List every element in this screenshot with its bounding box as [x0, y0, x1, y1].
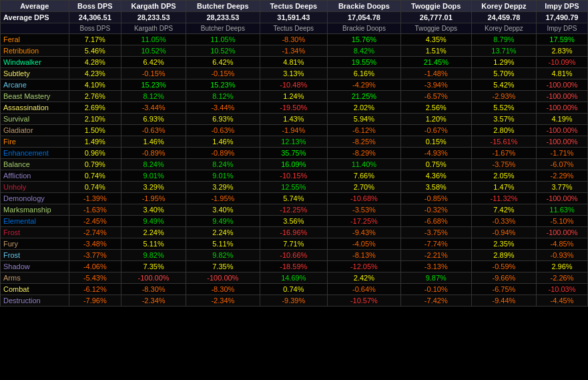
spec-value: 11.05%: [186, 34, 260, 45]
spec-name: Frost: [1, 250, 69, 261]
spec-row: Arcane4.10%15.23%15.23%-10.48%-4.29%-3.9…: [1, 79, 588, 91]
spec-value: 2.02%: [328, 102, 401, 114]
sub-col-7: Korey Deppz: [471, 23, 536, 34]
spec-value: 1.24%: [260, 91, 328, 102]
spec-value: -3.48%: [69, 238, 121, 250]
spec-name: Subtlety: [1, 68, 69, 79]
spec-value: 4.10%: [69, 79, 121, 91]
spec-value: -4.93%: [400, 148, 471, 159]
sub-header-row: Boss DPS Kargath DPS Butcher Deeps Tectu…: [1, 23, 588, 34]
spec-value: -3.53%: [328, 204, 401, 216]
spec-value: 5.52%: [471, 102, 536, 114]
spec-value: 9.01%: [186, 170, 260, 182]
spec-value: -3.13%: [400, 261, 471, 272]
spec-value: 0.74%: [260, 284, 328, 295]
spec-value: -1.63%: [69, 204, 121, 216]
spec-value: -0.59%: [471, 261, 536, 272]
avg-brackie: 17,054.78: [328, 12, 401, 23]
spec-value: 4.81%: [537, 68, 588, 79]
spec-name: Unholy: [1, 182, 69, 193]
spec-name: Fire: [1, 136, 69, 148]
spec-value: -4.85%: [537, 238, 588, 250]
spec-value: 0.74%: [69, 182, 121, 193]
spec-value: 2.96%: [537, 261, 588, 272]
spec-value: 1.20%: [400, 114, 471, 125]
spec-row: Survival2.10%6.93%6.93%1.43%5.94%1.20%3.…: [1, 114, 588, 125]
spec-value: -1.67%: [471, 148, 536, 159]
spec-value: 3.56%: [260, 216, 328, 227]
spec-value: 5.70%: [471, 68, 536, 79]
spec-value: 1.29%: [471, 57, 536, 68]
spec-value: 15.23%: [121, 79, 186, 91]
spec-value: 8.12%: [121, 91, 186, 102]
spec-value: -1.95%: [121, 193, 186, 204]
table-body: Average DPS 24,306.51 28,233.53 28,233.5…: [1, 12, 588, 307]
spec-name: Arms: [1, 272, 69, 284]
spec-value: 0.79%: [69, 159, 121, 170]
spec-value: -9.44%: [471, 295, 536, 307]
spec-value: 7.42%: [471, 204, 536, 216]
spec-value: 6.42%: [121, 57, 186, 68]
spec-value: 2.80%: [471, 125, 536, 136]
spec-value: -4.06%: [69, 261, 121, 272]
spec-name: Survival: [1, 114, 69, 125]
spec-value: -100.00%: [186, 272, 260, 284]
spec-value: 35.75%: [260, 148, 328, 159]
avg-label: Average DPS: [1, 12, 69, 23]
spec-value: -10.66%: [260, 250, 328, 261]
spec-value: -2.29%: [537, 170, 588, 182]
spec-value: -0.64%: [328, 284, 401, 295]
spec-value: -8.25%: [328, 136, 401, 148]
spec-value: -1.34%: [260, 45, 328, 57]
spec-value: 10.52%: [121, 45, 186, 57]
spec-value: 11.05%: [121, 34, 186, 45]
average-dps-row: Average DPS 24,306.51 28,233.53 28,233.5…: [1, 12, 588, 23]
spec-value: -6.12%: [69, 284, 121, 295]
sub-col-0: [1, 23, 69, 34]
spec-row: Retribution5.46%10.52%10.52%-1.34%8.42%1…: [1, 45, 588, 57]
spec-value: -4.29%: [328, 79, 401, 91]
spec-name: Shadow: [1, 261, 69, 272]
spec-value: -2.93%: [471, 91, 536, 102]
spec-value: 1.50%: [69, 125, 121, 136]
spec-value: 0.96%: [69, 148, 121, 159]
spec-value: -0.85%: [400, 193, 471, 204]
spec-value: -3.94%: [400, 79, 471, 91]
spec-value: 19.55%: [328, 57, 401, 68]
spec-row: Combat-6.12%-8.30%-8.30%0.74%-0.64%-0.10…: [1, 284, 588, 295]
spec-value: 13.71%: [471, 45, 536, 57]
spec-value: 6.16%: [328, 68, 401, 79]
spec-value: -8.30%: [186, 284, 260, 295]
spec-value: -19.50%: [260, 102, 328, 114]
spec-value: -100.00%: [537, 91, 588, 102]
spec-value: 21.25%: [328, 91, 401, 102]
spec-value: 8.79%: [471, 34, 536, 45]
spec-value: 4.19%: [537, 114, 588, 125]
spec-value: -12.05%: [328, 261, 401, 272]
spec-value: -6.57%: [400, 91, 471, 102]
spec-value: -8.13%: [328, 250, 401, 261]
column-headers: Average Boss DPS Kargath DPS Butcher Dee…: [1, 1, 588, 12]
spec-row: Enhancement0.96%-0.89%-0.89%35.75%-8.29%…: [1, 148, 588, 159]
spec-value: 16.09%: [260, 159, 328, 170]
spec-value: 2.70%: [328, 182, 401, 193]
spec-value: -1.39%: [69, 193, 121, 204]
col-average: Average: [1, 1, 69, 12]
col-brackie: Brackie Doops: [328, 1, 401, 12]
spec-value: 4.81%: [260, 57, 328, 68]
spec-value: 9.49%: [186, 216, 260, 227]
spec-value: 21.45%: [400, 57, 471, 68]
spec-value: 8.24%: [186, 159, 260, 170]
spec-name: Fury: [1, 238, 69, 250]
spec-value: 3.29%: [186, 182, 260, 193]
spec-name: Demonology: [1, 193, 69, 204]
spec-value: -0.63%: [186, 125, 260, 136]
spec-row: Fury-3.48%5.11%5.11%7.71%-4.05%-7.74%2.3…: [1, 238, 588, 250]
spec-value: -4.05%: [328, 238, 401, 250]
spec-value: 2.24%: [121, 227, 186, 238]
spec-value: -100.00%: [537, 227, 588, 238]
spec-value: 3.77%: [537, 182, 588, 193]
spec-value: 7.71%: [260, 238, 328, 250]
spec-row: Affliction0.74%9.01%9.01%-10.15%7.66%4.3…: [1, 170, 588, 182]
spec-value: 6.93%: [186, 114, 260, 125]
